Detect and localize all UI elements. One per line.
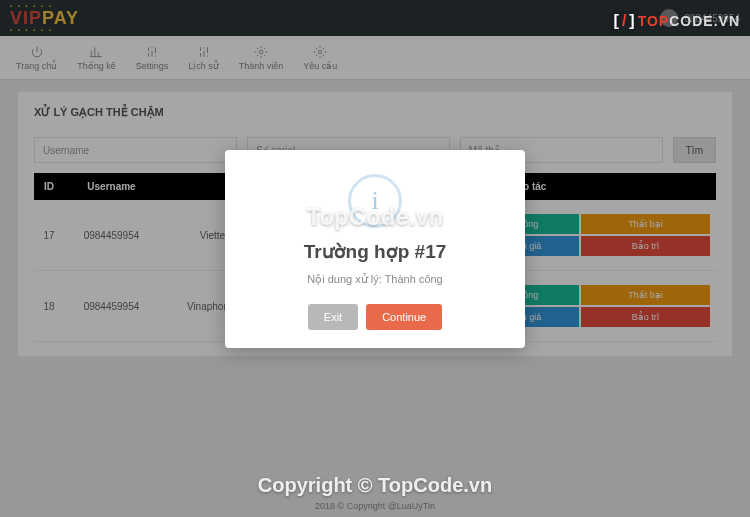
modal-overlay[interactable]: i Trường hợp #17 Nội dung xử lý: Thành c… [0, 0, 750, 517]
exit-button[interactable]: Exit [308, 304, 358, 330]
modal-title: Trường hợp #17 [245, 240, 505, 263]
info-icon: i [348, 174, 402, 228]
modal-body: Nội dung xử lý: Thành công [245, 273, 505, 286]
modal: i Trường hợp #17 Nội dung xử lý: Thành c… [225, 150, 525, 348]
continue-button[interactable]: Continue [366, 304, 442, 330]
